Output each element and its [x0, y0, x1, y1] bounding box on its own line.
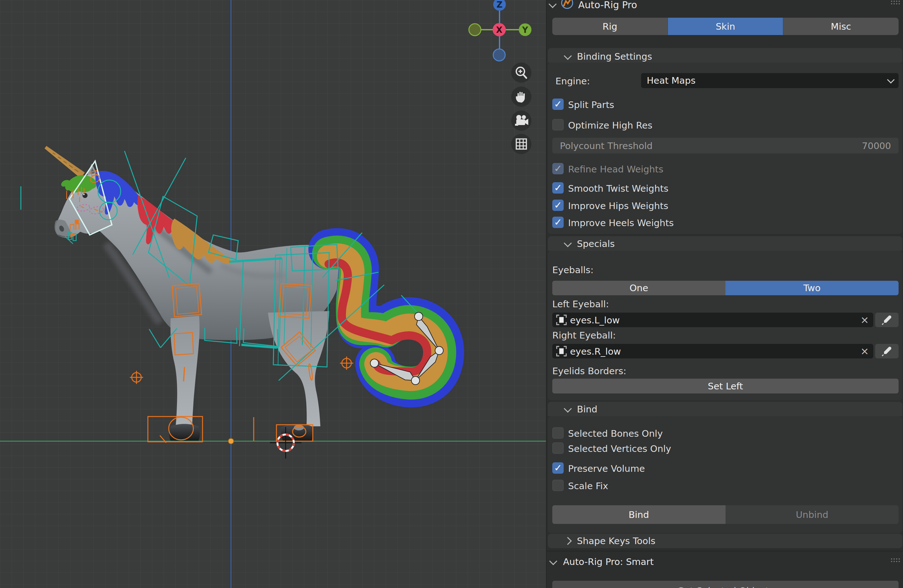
- improve-heels-checkbox[interactable]: [552, 216, 564, 228]
- eyeballs-toggle: One Two: [552, 281, 898, 295]
- selected-vertices-only-label: Selected Vertices Only: [568, 443, 671, 454]
- engine-label: Engine:: [555, 76, 590, 86]
- eyeballs-label: Eyeballs:: [552, 265, 594, 275]
- engine-select[interactable]: Heat Maps: [641, 73, 898, 88]
- collapse-chevron-icon[interactable]: [549, 0, 556, 8]
- navigation-gizmo[interactable]: Z Y X: [469, 0, 532, 61]
- eyelids-borders-label: Eyelids Borders:: [552, 366, 626, 376]
- gizmo-axis-neg-z[interactable]: [493, 49, 505, 61]
- left-eyeball-label: Left Eyeball:: [552, 299, 609, 309]
- unicorn-front-leg: [171, 316, 200, 426]
- unicorn-eye: [82, 193, 88, 198]
- preserve-volume-row: Preserve Volume: [547, 462, 903, 475]
- right-eyeball-field[interactable]: eyes.R_low ×: [552, 344, 873, 358]
- svg-text:X: X: [496, 25, 502, 35]
- scale-fix-label: Scale Fix: [568, 481, 608, 491]
- grid-view-icon[interactable]: [511, 134, 532, 154]
- object-origin-dot: [228, 438, 234, 444]
- panel-drag-grip[interactable]: [890, 0, 900, 6]
- polycount-threshold-slider[interactable]: Polycount Threshold 70000: [552, 138, 898, 154]
- engine-value: Heat Maps: [647, 75, 695, 86]
- improve-hips-checkbox[interactable]: [552, 199, 564, 211]
- refine-head-row: Refine Head Weights: [547, 163, 903, 176]
- eyedropper-button-left[interactable]: [875, 313, 898, 327]
- preserve-volume-label: Preserve Volume: [568, 463, 645, 474]
- polycount-value: 70000: [862, 141, 891, 151]
- unbind-button[interactable]: Unbind: [726, 505, 899, 524]
- 3d-viewport[interactable]: Z Y X: [0, 0, 546, 588]
- selected-bones-only-row: Selected Bones Only: [547, 427, 903, 440]
- tab-misc[interactable]: Misc: [783, 18, 898, 35]
- set-left-button[interactable]: Set Left: [552, 379, 898, 394]
- panel-title: Auto-Rig Pro: [578, 0, 637, 10]
- svg-text:Z: Z: [497, 0, 503, 9]
- zoom-tool-icon[interactable]: [511, 63, 532, 83]
- bind-header[interactable]: Bind: [547, 403, 903, 415]
- tab-skin[interactable]: Skin: [668, 18, 783, 35]
- improve-hips-label: Improve Hips Weights: [568, 201, 668, 211]
- optimize-high-res-row: Optimize High Res: [547, 119, 903, 132]
- eyeballs-two-button[interactable]: Two: [725, 281, 898, 295]
- right-eyeball-label-row: Right Eyeball:: [547, 330, 903, 343]
- improve-heels-label: Improve Heels Weights: [568, 218, 673, 228]
- shape-keys-tools-header[interactable]: Shape Keys Tools: [547, 534, 903, 547]
- blender-window: Z Y X: [0, 0, 903, 588]
- preserve-volume-checkbox[interactable]: [552, 462, 564, 474]
- clear-icon[interactable]: ×: [861, 345, 869, 357]
- split-parts-checkbox[interactable]: [552, 99, 564, 110]
- unicorn-hind-leg: [268, 311, 329, 426]
- smooth-twist-checkbox[interactable]: [552, 182, 564, 194]
- mesh-object-icon: [556, 346, 567, 356]
- gizmo-axis-neg-y[interactable]: [469, 24, 481, 36]
- svg-text:Y: Y: [522, 25, 529, 35]
- panel-header[interactable]: Auto-Rig Pro: [547, 0, 903, 13]
- clear-icon[interactable]: ×: [861, 314, 869, 326]
- panel-divider: [547, 551, 903, 551]
- right-eyeball-value: eyes.R_low: [570, 346, 621, 357]
- selected-bones-only-label: Selected Bones Only: [568, 428, 663, 439]
- scale-fix-row: Scale Fix: [547, 480, 903, 492]
- smart-panel-header[interactable]: Auto-Rig Pro: Smart: [547, 555, 903, 568]
- eyelids-label-row: Eyelids Borders:: [547, 366, 903, 378]
- optimize-high-res-label: Optimize High Res: [568, 120, 653, 131]
- mesh-object-icon: [556, 315, 567, 325]
- pan-hand-icon[interactable]: [511, 86, 532, 107]
- bind-unbind-buttons: Bind Unbind: [552, 505, 898, 524]
- scale-fix-checkbox[interactable]: [552, 480, 564, 491]
- left-eyeball-value: eyes.L_low: [570, 315, 620, 326]
- bind-button[interactable]: Bind: [552, 505, 726, 524]
- auto-rig-pro-icon: [561, 0, 573, 9]
- camera-view-icon[interactable]: [511, 111, 532, 131]
- split-parts-row: Split Parts: [547, 99, 903, 111]
- split-parts-label: Split Parts: [568, 99, 614, 110]
- refine-head-label: Refine Head Weights: [568, 164, 664, 175]
- eyeballs-one-button[interactable]: One: [552, 281, 725, 295]
- empty-objects[interactable]: [130, 356, 353, 384]
- left-eyeball-field[interactable]: eyes.L_low ×: [552, 313, 873, 327]
- eyeballs-label-row: Eyeballs:: [547, 265, 903, 277]
- get-selected-objects-button[interactable]: Get Selected Objects: [552, 581, 898, 588]
- viewport-tools: [511, 63, 532, 154]
- smooth-twist-label: Smooth Twist Weights: [568, 183, 669, 194]
- improve-hips-row: Improve Hips Weights: [547, 199, 903, 212]
- refine-head-checkbox: [552, 163, 564, 174]
- tab-rig[interactable]: Rig: [552, 18, 668, 35]
- arp-tabbar: Rig Skin Misc: [552, 18, 898, 35]
- selected-vertices-only-row: Selected Vertices Only: [547, 442, 903, 455]
- front-hoof: [169, 424, 200, 441]
- panel-drag-grip[interactable]: [890, 558, 900, 563]
- eyedropper-button-right[interactable]: [875, 344, 898, 358]
- sidebar-panel: Auto-Rig Pro Rig Skin Misc Binding Setti…: [546, 0, 903, 588]
- unicorn-model[interactable]: [44, 146, 444, 441]
- smooth-twist-row: Smooth Twist Weights: [547, 182, 903, 195]
- selected-vertices-only-checkbox[interactable]: [552, 442, 564, 454]
- left-eyeball-label-row: Left Eyeball:: [547, 299, 903, 311]
- specials-header[interactable]: Specials: [547, 237, 903, 250]
- optimize-high-res-checkbox[interactable]: [552, 119, 564, 130]
- binding-settings-header[interactable]: Binding Settings: [547, 50, 903, 63]
- polycount-label: Polycount Threshold: [560, 141, 653, 151]
- selected-bones-only-checkbox[interactable]: [552, 427, 564, 439]
- improve-heels-row: Improve Heels Weights: [547, 216, 903, 229]
- chevron-down-icon: [887, 76, 895, 83]
- right-eyeball-label: Right Eyeball:: [552, 330, 616, 341]
